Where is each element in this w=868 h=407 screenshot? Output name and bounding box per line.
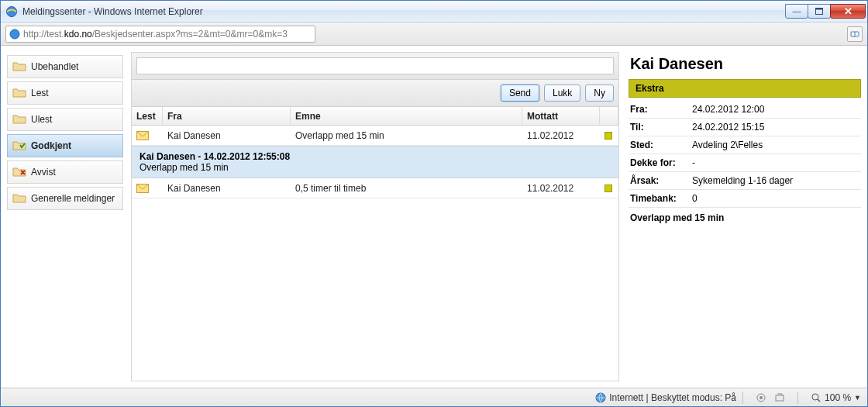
- message-row[interactable]: Kai Danesen 0,5 timer til timeb 11.02.20…: [132, 178, 618, 198]
- grid-header: Lest Fra Emne Mottatt: [132, 107, 618, 126]
- folder-icon: [12, 61, 26, 72]
- send-button[interactable]: Send: [501, 85, 539, 102]
- sidebar-item-ulest[interactable]: Ulest: [7, 108, 123, 131]
- mail-icon: [136, 184, 149, 193]
- til-value: 24.02.2012 15:15: [692, 122, 764, 133]
- close-button[interactable]: ✕: [830, 4, 866, 19]
- folder-icon: [12, 88, 26, 98]
- col-fra[interactable]: Fra: [163, 107, 291, 125]
- svg-point-10: [760, 396, 763, 399]
- compat-view-button[interactable]: [847, 26, 863, 42]
- url-path: /Beskjedsenter.aspx?ms=2&mt=0&mr=0&mk=3: [92, 29, 288, 40]
- sidebar-item-generelle[interactable]: Generelle meldinger: [7, 187, 123, 210]
- arsak-label: Årsak:: [630, 175, 692, 186]
- svg-point-12: [812, 394, 818, 400]
- status-flag: [604, 132, 612, 140]
- row-fra: Kai Danesen: [163, 183, 291, 194]
- sidebar-item-godkjent[interactable]: Godkjent: [7, 134, 123, 157]
- close-panel-button[interactable]: Lukk: [544, 85, 580, 102]
- url-host: kdo.no: [64, 29, 92, 40]
- col-emne[interactable]: Emne: [291, 107, 522, 125]
- sidebar-item-ubehandlet[interactable]: Ubehandlet: [7, 55, 123, 78]
- svg-rect-2: [816, 8, 823, 9]
- chevron-down-icon: ▼: [854, 394, 861, 402]
- sidebar-item-avvist[interactable]: Avvist: [7, 160, 123, 184]
- search-input[interactable]: [136, 57, 614, 74]
- col-mottatt[interactable]: Mottatt: [522, 107, 600, 125]
- sidebar-item-lest[interactable]: Lest: [7, 81, 123, 105]
- sidebar-item-label: Ulest: [31, 114, 52, 125]
- minimize-button[interactable]: —: [785, 4, 808, 19]
- sted-label: Sted:: [630, 140, 692, 150]
- message-list-panel: Send Lukk Ny Lest Fra Emne Mottatt Kai D…: [131, 52, 619, 381]
- detail-panel: Kai Danesen Ekstra Fra:24.02.2012 12:00 …: [629, 52, 861, 381]
- protected-mode-icon[interactable]: [756, 392, 766, 403]
- row-fra: Kai Danesen: [163, 130, 291, 141]
- timebank-label: Timebank:: [630, 193, 692, 204]
- detail-title: Kai Danesen: [629, 52, 861, 79]
- detail-banner: Ekstra: [629, 79, 861, 98]
- svg-point-3: [10, 29, 19, 39]
- url-prefix: http://test.: [23, 29, 64, 40]
- detail-header: Kai Danesen - 14.02.2012 12:55:08: [140, 151, 611, 162]
- row-emne: 0,5 timer til timeb: [291, 183, 522, 194]
- fra-value: 24.02.2012 12:00: [692, 104, 764, 115]
- maximize-icon: [815, 8, 823, 15]
- sidebar-item-label: Ubehandlet: [31, 61, 78, 72]
- page-content: Ubehandlet Lest Ulest Godkjent Avvist Ge…: [1, 46, 867, 388]
- sidebar-item-label: Lest: [31, 88, 49, 98]
- zoom-icon: [811, 392, 822, 403]
- zoom-value: 100 %: [825, 392, 851, 403]
- detail-fields: Fra:24.02.2012 12:00 Til:24.02.2012 15:1…: [629, 101, 861, 228]
- popup-blocker-icon[interactable]: [774, 392, 785, 403]
- til-label: Til:: [630, 122, 692, 133]
- sidebar-item-label: Generelle meldinger: [31, 193, 115, 204]
- ie-window: Meldingssenter - Windows Internet Explor…: [0, 0, 868, 407]
- action-buttons: Send Lukk Ny: [132, 80, 618, 107]
- svg-line-13: [818, 399, 820, 402]
- globe-icon: [595, 392, 606, 403]
- fra-label: Fra:: [630, 104, 692, 115]
- dekke-value: -: [692, 157, 695, 168]
- sted-value: Avdeling 2\Felles: [692, 140, 763, 150]
- col-lest[interactable]: Lest: [132, 107, 163, 125]
- svg-rect-11: [776, 395, 784, 401]
- status-flag: [604, 185, 612, 192]
- message-row[interactable]: Kai Danesen Overlapp med 15 min 11.02.20…: [132, 126, 618, 146]
- main-area: Send Lukk Ny Lest Fra Emne Mottatt Kai D…: [131, 52, 861, 381]
- arsak-value: Sykemelding 1-16 dager: [692, 175, 793, 186]
- page-icon: [9, 29, 20, 40]
- address-bar: http://test.kdo.no/Beskjedsenter.aspx?ms…: [1, 22, 867, 46]
- new-button[interactable]: Ny: [585, 85, 614, 102]
- folder-reject-icon: [12, 167, 26, 178]
- url-display[interactable]: http://test.kdo.no/Beskjedsenter.aspx?ms…: [5, 26, 315, 43]
- window-buttons: — ✕: [786, 4, 866, 19]
- window-title: Meldingssenter - Windows Internet Explor…: [22, 6, 203, 17]
- sidebar-item-label: Godkjent: [31, 140, 71, 151]
- sidebar-item-label: Avvist: [31, 167, 56, 178]
- dekke-label: Dekke for:: [630, 157, 692, 168]
- row-mottatt: 11.02.2012: [522, 183, 600, 194]
- folder-icon: [12, 114, 26, 125]
- svg-rect-5: [855, 32, 856, 36]
- timebank-value: 0: [692, 193, 698, 204]
- maximize-button[interactable]: [808, 4, 831, 19]
- folder-check-icon: [12, 140, 26, 151]
- status-bar: Internett | Beskyttet modus: På 100 % ▼: [1, 388, 867, 406]
- zoom-control[interactable]: 100 % ▼: [804, 392, 867, 403]
- col-flag: [600, 107, 618, 125]
- folder-icon: [12, 193, 26, 204]
- detail-extra: Overlapp med 15 min: [629, 208, 861, 228]
- sidebar: Ubehandlet Lest Ulest Godkjent Avvist Ge…: [7, 52, 123, 381]
- zone-text: Internett | Beskyttet modus: På: [609, 392, 736, 403]
- search-toolbar: [132, 53, 618, 80]
- row-mottatt: 11.02.2012: [522, 130, 600, 141]
- mail-icon: [136, 131, 149, 140]
- message-detail: Kai Danesen - 14.02.2012 12:55:08 Overla…: [132, 146, 618, 178]
- compat-icon: [850, 29, 859, 39]
- ie-favicon: [5, 5, 18, 18]
- row-emne: Overlapp med 15 min: [291, 130, 522, 141]
- message-grid: Lest Fra Emne Mottatt Kai Danesen Overla…: [132, 107, 618, 198]
- titlebar: Meldingssenter - Windows Internet Explor…: [1, 1, 867, 22]
- detail-body: Overlapp med 15 min: [140, 162, 611, 173]
